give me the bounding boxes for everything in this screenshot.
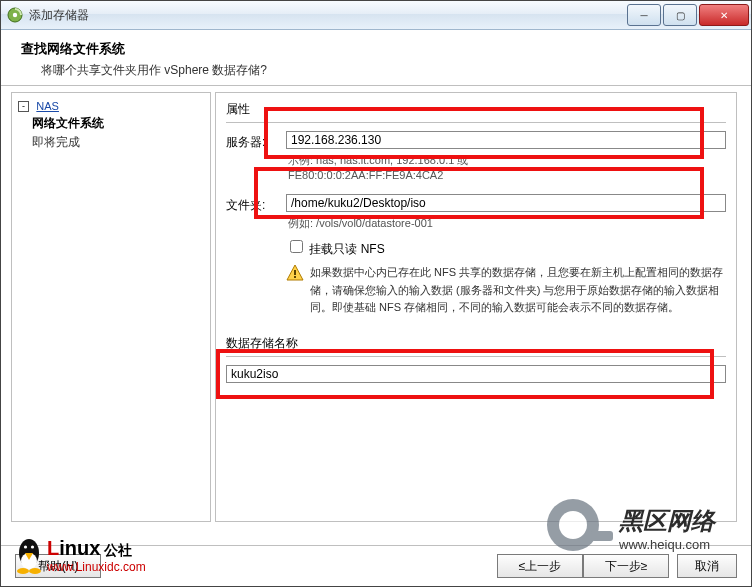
form-panel: 属性 服务器: 示例: nas, nas.it.com, 192.168.0.1… <box>215 92 737 522</box>
folder-label: 文件夹: <box>226 194 286 214</box>
nav-step-ready[interactable]: 即将完成 <box>32 134 204 151</box>
warning-icon <box>286 264 304 282</box>
tree-collapse-icon[interactable]: - <box>18 101 29 112</box>
minimize-button[interactable]: ─ <box>627 4 661 26</box>
page-subtitle: 将哪个共享文件夹用作 vSphere 数据存储? <box>41 62 745 79</box>
app-icon <box>7 7 23 23</box>
server-hint-2: FE80:0:0:0:2AA:FF:FE9A:4CA2 <box>288 168 726 183</box>
svg-rect-7 <box>591 531 613 541</box>
properties-section-label: 属性 <box>226 101 726 118</box>
warning-text: 如果数据中心内已存在此 NFS 共享的数据存储，且您要在新主机上配置相同的数据存… <box>310 264 726 317</box>
svg-point-1 <box>13 13 17 17</box>
folder-hint: 例如: /vols/vol0/datastore-001 <box>288 216 726 231</box>
datastore-name-input[interactable] <box>226 365 726 383</box>
datastore-name-section-label: 数据存储名称 <box>226 335 726 352</box>
server-label: 服务器: <box>226 131 286 151</box>
mount-readonly-label: 挂载只读 NFS <box>309 242 384 256</box>
wizard-steps-panel: - NAS 网络文件系统 即将完成 <box>11 92 211 522</box>
folder-input[interactable] <box>286 194 726 212</box>
svg-rect-3 <box>294 270 296 275</box>
nav-step-nas[interactable]: NAS <box>36 100 59 112</box>
mount-readonly-checkbox[interactable]: 挂载只读 NFS <box>286 242 385 256</box>
window-title: 添加存储器 <box>29 7 625 24</box>
server-input[interactable] <box>286 131 726 149</box>
close-button[interactable]: ✕ <box>699 4 749 26</box>
mount-readonly-input[interactable] <box>290 240 303 253</box>
next-button[interactable]: 下一步≥ <box>583 554 669 578</box>
back-button[interactable]: ≤上一步 <box>497 554 583 578</box>
nav-step-nfs[interactable]: 网络文件系统 <box>32 115 204 132</box>
maximize-button[interactable]: ▢ <box>663 4 697 26</box>
svg-rect-4 <box>294 276 296 278</box>
cancel-button[interactable]: 取消 <box>677 554 737 578</box>
page-title: 查找网络文件系统 <box>21 40 745 58</box>
help-button[interactable]: 帮助(H) <box>15 554 101 578</box>
server-hint-1: 示例: nas, nas.it.com, 192.168.0.1 或 <box>288 153 726 168</box>
